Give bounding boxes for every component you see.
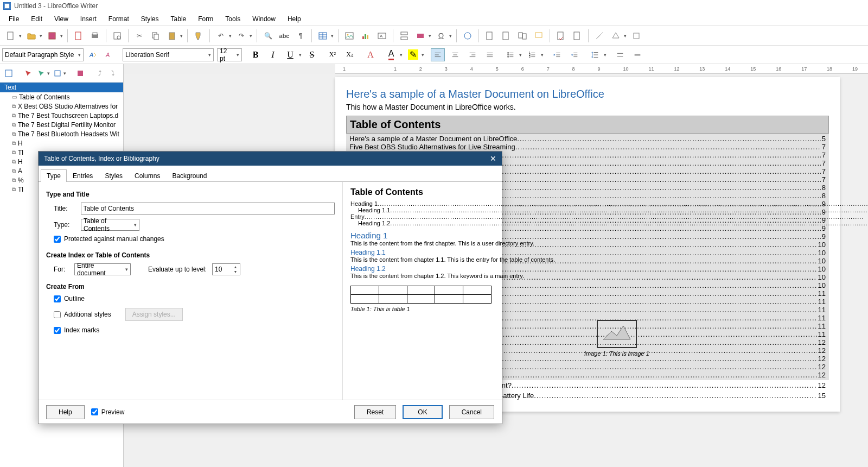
caret-icon[interactable]: ▾: [400, 52, 403, 58]
new-icon[interactable]: [4, 29, 17, 42]
caret-icon[interactable]: ▾: [422, 52, 424, 58]
menu-window[interactable]: Window: [247, 13, 281, 25]
copy-icon[interactable]: [149, 29, 162, 42]
hyperlink-icon[interactable]: [461, 29, 474, 42]
menu-view[interactable]: View: [49, 13, 74, 25]
line-spacing-icon[interactable]: [588, 48, 602, 61]
subscript-button[interactable]: X₂: [343, 48, 357, 61]
find-icon[interactable]: 🔍: [261, 29, 275, 42]
ok-button[interactable]: OK: [403, 405, 442, 419]
track-changes-icon[interactable]: [554, 29, 567, 42]
italic-button[interactable]: I: [266, 48, 280, 61]
menu-tools[interactable]: Tools: [220, 13, 246, 25]
special-char-icon[interactable]: Ω: [435, 29, 448, 42]
outline-check[interactable]: [54, 295, 61, 302]
nav-item[interactable]: ⧉X Best OBS Studio Alternatives for: [0, 102, 123, 111]
menu-insert[interactable]: Insert: [75, 13, 102, 25]
help-button[interactable]: Help: [46, 405, 85, 419]
field-icon[interactable]: [414, 29, 427, 42]
indexmarks-checkbox[interactable]: Index marks: [54, 326, 335, 334]
underline-button[interactable]: U: [283, 48, 297, 61]
nav-item[interactable]: ⧉The 7 Best Touchscreen Laptops.d: [0, 111, 123, 120]
bullet-list-icon[interactable]: [503, 48, 518, 61]
caret-icon[interactable]: ▾: [19, 33, 22, 39]
for-select[interactable]: Entire document ▾: [74, 263, 131, 275]
para-spacing-inc-icon[interactable]: [613, 48, 627, 61]
nav-update-icon[interactable]: [36, 68, 47, 79]
caret-icon[interactable]: ▾: [40, 33, 42, 39]
preview-check[interactable]: [91, 408, 98, 415]
nav-item[interactable]: ⧉The 7 Best Digital Fertility Monitor: [0, 120, 123, 129]
protected-checkbox[interactable]: Protected against manual changes: [54, 235, 335, 243]
nav-item[interactable]: ▭Table of Contents: [0, 92, 123, 102]
menu-styles[interactable]: Styles: [136, 13, 164, 25]
align-right-icon[interactable]: [465, 48, 480, 61]
caret-icon[interactable]: ▾: [299, 52, 302, 58]
redo-icon[interactable]: ↷: [235, 29, 248, 42]
caret-icon[interactable]: ▾: [60, 33, 63, 39]
preview-checkbox[interactable]: Preview: [91, 408, 125, 416]
caret-icon[interactable]: ▾: [429, 33, 431, 39]
toggle-icon[interactable]: [3, 68, 14, 79]
draw-icon[interactable]: [630, 29, 643, 42]
tab-type[interactable]: Type: [41, 169, 67, 182]
caret-icon[interactable]: ▾: [229, 33, 232, 39]
chart-icon[interactable]: [359, 29, 372, 42]
outline-checkbox[interactable]: Outline: [54, 295, 335, 302]
dialog-titlebar[interactable]: Table of Contents, Index or Bibliography…: [39, 152, 502, 166]
tab-styles[interactable]: Styles: [99, 169, 129, 182]
addstyles-check[interactable]: [54, 311, 61, 318]
nav-item[interactable]: ⧉H: [0, 138, 123, 148]
indexmarks-check[interactable]: [54, 327, 61, 334]
shapes-icon[interactable]: [609, 29, 622, 42]
align-center-icon[interactable]: [448, 48, 462, 61]
nav-root[interactable]: Text: [0, 83, 123, 92]
align-left-icon[interactable]: [431, 48, 445, 61]
line-icon[interactable]: [593, 29, 606, 42]
comment-icon[interactable]: [532, 29, 545, 42]
tab-entries[interactable]: Entries: [67, 169, 99, 182]
paragraph-style-combo[interactable]: Default Paragraph Style ▾: [2, 48, 84, 61]
paste-icon[interactable]: [165, 29, 178, 42]
caret-icon[interactable]: ▾: [250, 33, 252, 39]
clone-format-icon[interactable]: [192, 29, 205, 42]
caret-icon[interactable]: ▾: [47, 71, 50, 76]
nav-insert-icon[interactable]: [52, 68, 63, 79]
caret-icon[interactable]: ▾: [519, 52, 522, 58]
save-icon[interactable]: [46, 29, 59, 42]
font-color-icon[interactable]: A: [384, 48, 398, 61]
caret-icon[interactable]: ▾: [331, 33, 334, 39]
reset-button[interactable]: Reset: [354, 405, 396, 419]
image-icon[interactable]: [343, 29, 356, 42]
tab-columns[interactable]: Columns: [129, 169, 166, 182]
tab-background[interactable]: Background: [166, 169, 213, 182]
table-icon[interactable]: [316, 29, 329, 42]
caret-icon[interactable]: ▾: [63, 71, 66, 76]
bold-button[interactable]: B: [248, 48, 263, 61]
print-icon[interactable]: [88, 29, 101, 42]
footnote-icon[interactable]: [483, 29, 496, 42]
caret-icon[interactable]: ▾: [541, 52, 544, 58]
menu-help[interactable]: Help: [282, 13, 307, 25]
number-list-icon[interactable]: 123: [525, 48, 539, 61]
nav-edit-icon[interactable]: [23, 68, 34, 79]
protected-check[interactable]: [54, 236, 61, 243]
menu-file[interactable]: File: [3, 13, 24, 25]
superscript-button[interactable]: X²: [326, 48, 340, 61]
bookmark-icon[interactable]: [500, 29, 513, 42]
align-justify-icon[interactable]: [483, 48, 497, 61]
close-icon[interactable]: ✕: [490, 154, 496, 163]
caret-icon[interactable]: ▾: [624, 33, 627, 39]
indent-decrease-icon[interactable]: [567, 48, 582, 61]
indent-increase-icon[interactable]: [550, 48, 564, 61]
caret-icon[interactable]: ▾: [449, 33, 452, 39]
caret-icon[interactable]: ▾: [180, 33, 183, 39]
cancel-button[interactable]: Cancel: [449, 405, 494, 419]
nav-item[interactable]: ⧉The 7 Best Bluetooth Headsets Wit: [0, 129, 123, 138]
cut-icon[interactable]: ✂: [133, 29, 146, 42]
spinner-arrows[interactable]: ▲▼: [232, 264, 239, 274]
menu-table[interactable]: Table: [165, 13, 192, 25]
nav-save-icon[interactable]: [75, 68, 86, 79]
undo-icon[interactable]: ↶: [214, 29, 227, 42]
textbox-icon[interactable]: A: [375, 29, 388, 42]
